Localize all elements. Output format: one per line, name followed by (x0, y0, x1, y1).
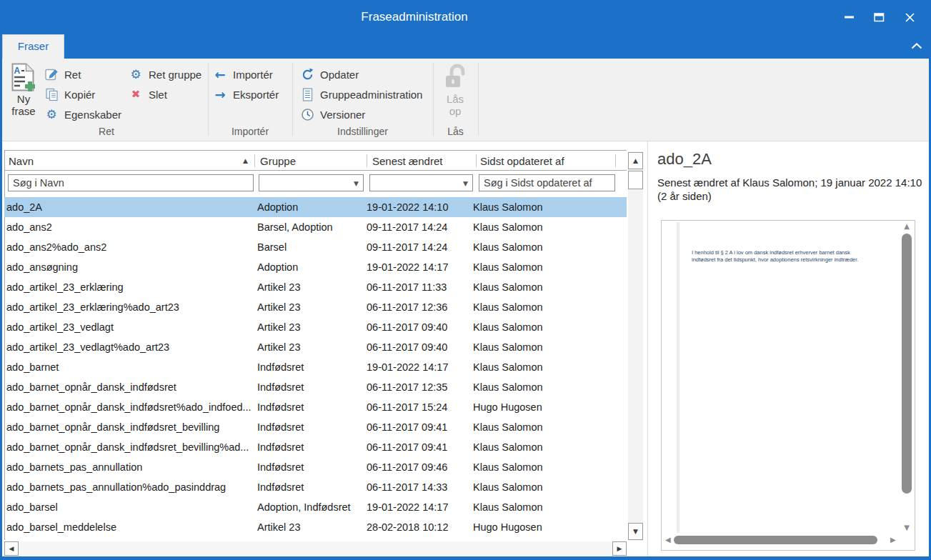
table-row[interactable]: ado_barnet_opnår_dansk_indfødsret%ado_in… (4, 397, 627, 417)
properties-label: Egenskaber (64, 109, 121, 121)
cell-updated-by: Klaus Salomon (473, 357, 624, 377)
edit-button[interactable]: Ret (44, 66, 81, 83)
scroll-right-button[interactable]: ▶ (612, 541, 627, 556)
table-row[interactable]: ado_ans2 Barsel, Adoption 09-11-2017 14:… (4, 217, 627, 237)
cell-name: ado_artikel_23_vedlagt (6, 317, 255, 337)
scroll-left-button[interactable]: ◀ (4, 541, 19, 556)
gear-icon: ⚙ (46, 107, 56, 121)
table-row[interactable]: ado_barnets_pas_annullation%ado_pasinddr… (4, 477, 627, 497)
preview-scroll-right-icon[interactable]: ▶ (890, 536, 896, 544)
table-row[interactable]: ado_artikel_23_vedlagt%ado_art23 Artikel… (4, 337, 627, 357)
vertical-scroll-thumb[interactable] (628, 171, 643, 189)
preview-scroll-down-icon[interactable]: ▼ (900, 524, 913, 532)
ribbon-group-settings: Indstillinger (293, 126, 432, 137)
cell-group: Artikel 23 (257, 517, 364, 537)
edit-group-button[interactable]: ⚙ Ret gruppe (129, 66, 201, 83)
table-row[interactable]: ado_barnet Indfødsret 19-01-2022 14:17 K… (4, 357, 627, 377)
preview-scroll-left-icon[interactable]: ◀ (665, 536, 671, 544)
properties-button[interactable]: ⚙ Egenskaber (44, 106, 121, 123)
cell-updated-by: Klaus Salomon (473, 197, 624, 217)
arrow-left-icon: ← (214, 67, 225, 82)
preview-vertical-scroll-thumb[interactable] (902, 234, 912, 494)
cell-group: Artikel 23 (257, 297, 364, 317)
table-row[interactable]: ado_barnet_opnår_dansk_indfødsret_bevill… (4, 417, 627, 437)
cell-modified: 09-11-2017 14:24 (367, 217, 471, 237)
search-name-input[interactable] (8, 174, 254, 191)
table-vertical-scrollbar[interactable] (628, 151, 643, 541)
cell-updated-by: Klaus Salomon (473, 257, 624, 277)
new-phrase-button[interactable]: A Ny frase (6, 63, 41, 126)
close-button[interactable] (895, 6, 925, 28)
unlock-padlock-icon (442, 63, 468, 93)
document-icon (301, 88, 314, 101)
minimize-button[interactable] (835, 6, 865, 28)
export-button[interactable]: → Eksportér (213, 86, 279, 103)
unlock-label-1: Lås (447, 93, 464, 105)
preview-horizontal-scroll-thumb[interactable] (674, 536, 877, 544)
cell-name: ado_barsel_meddelelse (6, 517, 255, 537)
scroll-up-button[interactable]: ▲ (628, 152, 643, 169)
ribbon-separator (478, 63, 479, 136)
cell-modified: 19-01-2022 14:17 (367, 257, 471, 277)
cell-updated-by: Klaus Salomon (473, 457, 624, 477)
group-administration-button[interactable]: Gruppeadministration (300, 86, 422, 103)
cell-modified: 06-11-2017 11:33 (367, 277, 471, 297)
ribbon-group-lock: Lås (434, 126, 477, 137)
column-header-updated-by[interactable]: Sidst opdateret af (480, 153, 564, 170)
column-header-modified[interactable]: Senest ændret (372, 153, 442, 170)
modified-filter-dropdown[interactable]: ▼ (369, 174, 473, 191)
cell-modified: 06-11-2017 12:36 (367, 297, 471, 317)
collapse-ribbon-button[interactable] (909, 40, 925, 51)
cell-name: ado_ans2%ado_ans2 (6, 237, 255, 257)
cell-updated-by: Klaus Salomon (473, 297, 624, 317)
versions-label: Versioner (320, 109, 365, 121)
search-updated-by-input[interactable] (479, 174, 615, 191)
table-row[interactable]: ado_ans2%ado_ans2 Barsel 09-11-2017 14:2… (4, 237, 627, 257)
copy-icon (45, 88, 59, 101)
maximize-icon (874, 13, 885, 22)
versions-button[interactable]: Versioner (300, 106, 365, 123)
table-row[interactable]: ado_barsel_meddelelse Artikel 23 28-02-2… (4, 517, 627, 537)
header-separator (367, 154, 367, 167)
detail-subtitle: Senest ændret af Klaus Salomon; 19 janua… (657, 176, 931, 203)
cell-group: Indfødsret (257, 477, 364, 497)
group-filter-dropdown[interactable]: ▼ (259, 174, 364, 191)
scroll-right-icon: ▶ (617, 545, 622, 552)
edit-group-label: Ret gruppe (149, 69, 201, 81)
table-row[interactable]: ado_barnet_opnår_dansk_indfødsret_bevill… (4, 437, 627, 457)
preview-scroll-up-icon[interactable]: ▲ (900, 222, 913, 231)
cell-updated-by: Klaus Salomon (473, 377, 624, 397)
scroll-down-button[interactable]: ▼ (628, 523, 643, 540)
copy-button[interactable]: Kopiér (44, 86, 95, 103)
unlock-button[interactable]: Lås op (434, 63, 476, 126)
header-separator (476, 154, 477, 167)
table-row[interactable]: ado_barnets_pas_annullation Indfødsret 0… (4, 457, 627, 477)
cell-group: Indfødsret (257, 437, 364, 457)
delete-cross-icon: ✖ (131, 88, 141, 101)
refresh-button[interactable]: Opdater (300, 66, 359, 83)
table-row[interactable]: ado_barnet_opnår_dansk_indfødsret Indfød… (4, 377, 627, 397)
table-row-selected[interactable]: ado_2A Adoption 19-01-2022 14:10 Klaus S… (4, 197, 627, 217)
column-header-name[interactable]: Navn (9, 153, 34, 170)
cell-updated-by: Klaus Salomon (473, 277, 624, 297)
cell-name: ado_barnet (6, 357, 255, 377)
table-row[interactable]: ado_artikel_23_erklæring Artikel 23 06-1… (4, 277, 627, 297)
cell-group: Barsel, Adoption (257, 217, 364, 237)
table-row[interactable]: ado_artikel_23_erklæring%ado_art23 Artik… (4, 297, 627, 317)
table-row[interactable]: ado_ansøgning Adoption 19-01-2022 14:17 … (4, 257, 627, 277)
table-row[interactable]: ado_artikel_23_vedlagt Artikel 23 06-11-… (4, 317, 627, 337)
column-header-group[interactable]: Gruppe (260, 153, 296, 170)
maximize-button[interactable] (864, 6, 894, 28)
table-row[interactable]: ado_barsel Adoption, Indfødsret 19-01-20… (4, 497, 627, 517)
minimize-icon (845, 16, 855, 19)
cell-name: ado_barnet_opnår_dansk_indfødsret_bevill… (6, 437, 255, 457)
table-horizontal-scrollbar[interactable] (4, 541, 627, 556)
delete-button[interactable]: ✖ Slet (129, 86, 167, 103)
cell-modified: 19-01-2022 14:10 (367, 197, 471, 217)
close-icon (905, 12, 915, 23)
cell-name: ado_barnet_opnår_dansk_indfødsret%ado_in… (6, 397, 255, 417)
import-button[interactable]: ← Importér (213, 66, 273, 83)
cell-name: ado_barnets_pas_annullation (6, 457, 255, 477)
tab-fraser[interactable]: Fraser (2, 34, 64, 59)
preview-page-edge (677, 222, 679, 533)
